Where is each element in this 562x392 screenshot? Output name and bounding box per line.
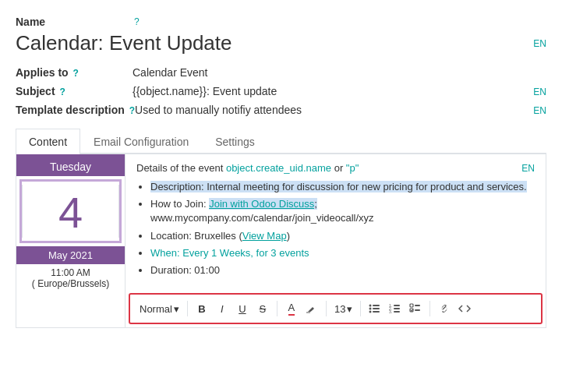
subject-help-icon[interactable]: ? (59, 87, 65, 97)
calendar-widget: Tuesday 4 May 2021 11:00 AM ( Europe/Bru… (16, 154, 125, 327)
bullet-list-icon (369, 303, 381, 314)
svg-text:3.: 3. (389, 309, 392, 314)
toolbar-divider-1 (187, 301, 188, 316)
link-button[interactable] (435, 299, 454, 318)
code-icon (458, 303, 471, 314)
svg-rect-13 (410, 304, 413, 307)
code-button[interactable] (455, 299, 474, 318)
underline-button[interactable]: U (233, 299, 252, 318)
dropdown-arrow-icon: ▾ (174, 303, 179, 315)
content-lang-badge[interactable]: EN (521, 163, 535, 174)
template-desc-label: Template description ? (16, 104, 135, 116)
link-icon (438, 303, 451, 314)
bold-button[interactable]: B (193, 299, 211, 318)
font-color-button[interactable]: A (282, 299, 301, 318)
template-desc-value: Used to manually notifiy attendees (135, 104, 525, 116)
paragraph-style-label: Normal (140, 303, 172, 315)
checklist-icon (409, 303, 422, 314)
applies-to-label: Applies to ? (16, 66, 133, 79)
ordered-list-icon: 1. 2. 3. (389, 303, 401, 314)
svg-line-17 (443, 306, 446, 309)
calendar-time: 11:00 AM ( Europe/Brussels) (16, 264, 125, 291)
svg-point-5 (369, 311, 372, 313)
template-desc-help-icon[interactable]: ? (129, 105, 135, 116)
subject-label: Subject ? (16, 85, 133, 97)
list-item: How to Join: Join with Odoo Discuss; www… (150, 197, 535, 225)
subject-value: {{object.name}}: Event update (133, 85, 525, 97)
strikethrough-button[interactable]: S (253, 299, 272, 318)
font-color-a-label: A (288, 302, 295, 313)
tabs-bar: Content Email Configuration Settings (16, 129, 546, 154)
brush-icon (306, 303, 317, 314)
list-item: Location: Bruxelles (View Map) (150, 229, 535, 243)
bullet-list-button[interactable] (366, 299, 384, 318)
font-size-arrow-icon: ▾ (347, 303, 352, 315)
calendar-day-number: 4 (22, 185, 119, 238)
name-help-icon[interactable]: ? (134, 16, 140, 27)
svg-rect-2 (373, 305, 380, 306)
content-area: Tuesday 4 May 2021 11:00 AM ( Europe/Bru… (16, 154, 546, 328)
svg-rect-15 (415, 305, 420, 306)
italic-button[interactable]: I (213, 299, 232, 318)
subject-lang-badge[interactable]: EN (525, 87, 546, 97)
list-item: Description: Internal meeting for discus… (150, 180, 535, 194)
name-label: Name (16, 16, 133, 28)
toolbar-divider-5 (429, 301, 430, 316)
tab-settings[interactable]: Settings (202, 129, 268, 154)
bullet-list: Description: Internal meeting for discus… (136, 180, 535, 277)
svg-point-1 (369, 305, 372, 307)
tab-content[interactable]: Content (16, 129, 80, 154)
template-desc-lang-badge[interactable]: EN (525, 105, 546, 116)
calendar-month-year: May 2021 (16, 246, 125, 264)
svg-rect-10 (394, 308, 400, 309)
color-indicator (288, 314, 295, 316)
svg-rect-0 (306, 312, 310, 313)
svg-point-3 (369, 308, 372, 310)
svg-rect-6 (373, 311, 380, 313)
svg-rect-16 (415, 309, 420, 311)
title-lang-badge[interactable]: EN (533, 38, 546, 49)
toolbar-divider-2 (277, 301, 277, 316)
tab-email-config[interactable]: Email Configuration (80, 129, 202, 154)
formatting-toolbar: Normal ▾ B I U S A (129, 293, 543, 324)
font-size-label: 13 (334, 303, 345, 315)
list-item: Duration: 01:00 (150, 263, 535, 277)
rich-text-content: Details of the event object.create_uid.n… (125, 154, 546, 288)
rich-header: Details of the event object.create_uid.n… (136, 162, 535, 174)
applies-to-help-icon[interactable]: ? (73, 68, 79, 79)
page-title: Calendar: Event Update EN (16, 31, 546, 55)
calendar-day-name: Tuesday (16, 154, 125, 176)
svg-rect-4 (373, 308, 380, 309)
highlight-color-button[interactable] (302, 299, 321, 318)
toolbar-divider-4 (360, 301, 361, 316)
toolbar-divider-3 (326, 301, 327, 316)
paragraph-style-dropdown[interactable]: Normal ▾ (136, 302, 182, 316)
applies-to-value: Calendar Event (133, 66, 546, 79)
svg-rect-12 (394, 311, 400, 313)
svg-rect-8 (394, 305, 400, 306)
font-size-dropdown[interactable]: 13 ▾ (331, 302, 355, 316)
ordered-list-button[interactable]: 1. 2. 3. (386, 299, 405, 318)
list-item: When: Every 1 Weeks, for 3 events (150, 246, 535, 260)
checklist-button[interactable] (406, 299, 425, 318)
